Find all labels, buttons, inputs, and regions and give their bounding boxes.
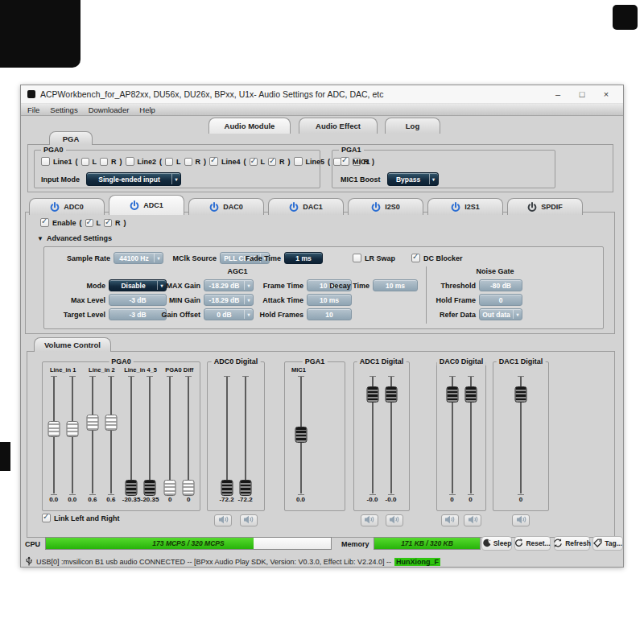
tab-audio-module[interactable]: Audio Module	[208, 118, 291, 134]
fader-track[interactable]	[295, 376, 308, 493]
close-button[interactable]: ×	[594, 86, 618, 103]
sleep-button[interactable]: Sleep	[481, 536, 512, 551]
fader-track[interactable]	[143, 376, 156, 493]
tab-pga[interactable]: PGA	[49, 131, 93, 145]
line2-left-checkbox[interactable]	[165, 158, 173, 166]
refresh-button[interactable]: Refresh	[554, 536, 590, 551]
enable-checkbox[interactable]	[40, 218, 49, 227]
fader-track[interactable]	[105, 376, 118, 493]
hold-frame-field[interactable]: 0	[479, 294, 522, 306]
decay-time-field[interactable]: 10 ms	[373, 279, 418, 291]
mic1-checkbox[interactable]	[341, 157, 349, 166]
line4-left-checkbox[interactable]	[250, 158, 258, 166]
menu-settings[interactable]: Settings	[50, 105, 77, 114]
fader-handle[interactable]	[385, 386, 397, 402]
threshold-row: Threshold -80 dB	[432, 279, 522, 291]
fader-handle[interactable]	[221, 480, 233, 496]
tab-volume-control[interactable]: Volume Control	[34, 337, 111, 352]
tag-button[interactable]: Tag...	[592, 536, 623, 551]
hold-frames-label: Hold Frames	[257, 311, 303, 319]
fader-track[interactable]	[514, 376, 527, 493]
fader-handle[interactable]	[66, 421, 78, 437]
fader-track[interactable]	[239, 376, 252, 493]
reset-button[interactable]: Reset...	[514, 536, 551, 551]
menu-downloader[interactable]: Downloader	[89, 105, 130, 114]
maximize-button[interactable]: □	[570, 86, 594, 103]
line5-checkbox[interactable]	[294, 157, 303, 166]
line4-right-checkbox[interactable]	[268, 158, 276, 166]
attack-time-field[interactable]: 10 ms	[307, 294, 352, 306]
tab-spdif[interactable]: SPDIF	[507, 198, 583, 215]
fader-handle[interactable]	[295, 427, 307, 443]
tab-dac1[interactable]: DAC1	[268, 198, 344, 215]
line1-left-checkbox[interactable]	[81, 158, 89, 166]
fader-track[interactable]	[366, 376, 379, 493]
app-icon	[27, 90, 35, 98]
mute-button[interactable]	[441, 514, 459, 526]
fader-track[interactable]	[446, 376, 459, 493]
input-mode-dropdown[interactable]: Single-ended input ▾	[86, 172, 181, 186]
line-toggle-line1: Line1(LR)	[41, 157, 122, 166]
line2-checkbox[interactable]	[126, 157, 134, 166]
mute-button[interactable]	[361, 514, 378, 526]
tab-log[interactable]: Log	[385, 118, 440, 134]
fader-track[interactable]	[182, 376, 195, 493]
gain-offset-field[interactable]: 0 dB ▾	[204, 308, 254, 320]
enable-right-label: R	[115, 219, 121, 227]
fader-track[interactable]	[47, 376, 60, 493]
line2-right-checkbox[interactable]	[184, 158, 192, 166]
tab-adc0[interactable]: ADC0	[29, 198, 105, 215]
minimize-button[interactable]: –	[546, 86, 570, 103]
enable-right-checkbox[interactable]	[104, 219, 112, 227]
fader-handle[interactable]	[144, 480, 156, 496]
tab-audio-effect[interactable]: Audio Effect	[299, 118, 378, 134]
min-gain-field[interactable]: -18.29 dB ▾	[204, 294, 254, 306]
fader-track[interactable]	[163, 376, 176, 493]
refer-data-dropdown[interactable]: Out data ▾	[479, 308, 522, 320]
fader-handle[interactable]	[239, 480, 251, 496]
fader-handle[interactable]	[515, 386, 527, 402]
line1-checkbox[interactable]	[41, 157, 50, 166]
volume-group-box: DAC1 Digital0	[493, 361, 549, 511]
link-left-right-checkbox[interactable]	[42, 514, 51, 522]
mute-button[interactable]	[386, 514, 403, 526]
tab-dac0[interactable]: DAC0	[188, 198, 264, 215]
mute-button[interactable]	[214, 514, 232, 526]
hold-frames-field[interactable]: 10	[307, 308, 352, 320]
line4-checkbox[interactable]	[209, 157, 218, 166]
fader-track[interactable]	[66, 376, 79, 493]
advanced-settings-header[interactable]: ▼ Advanced Settings	[37, 234, 112, 242]
fade-time-dropdown[interactable]: 1 ms	[284, 252, 323, 264]
mute-button[interactable]	[512, 514, 530, 526]
enable-left-checkbox[interactable]	[85, 219, 93, 227]
fader-track[interactable]	[125, 376, 138, 493]
max-gain-field[interactable]: -18.29 dB ▾	[204, 279, 254, 291]
fader-handle[interactable]	[464, 386, 477, 402]
tab-i2s1[interactable]: I2S1	[427, 198, 503, 215]
mute-button[interactable]	[240, 514, 258, 526]
fader-handle[interactable]	[47, 421, 60, 437]
fader-handle[interactable]	[183, 480, 195, 496]
menu-help[interactable]: Help	[139, 105, 155, 114]
fader-track[interactable]	[86, 376, 99, 493]
lr-swap-checkbox[interactable]	[353, 254, 361, 262]
line1-right-checkbox[interactable]	[100, 158, 108, 166]
fader-handle[interactable]	[105, 415, 117, 431]
tab-adc1[interactable]: ADC1	[109, 195, 184, 215]
fader-track[interactable]	[464, 376, 477, 493]
mic1-boost-dropdown[interactable]: Bypass ▾	[387, 172, 439, 186]
menu-file[interactable]: File	[27, 105, 39, 114]
fader-track[interactable]	[385, 376, 398, 493]
fader-handle[interactable]	[366, 386, 378, 402]
input-mode-label: Input Mode	[41, 175, 80, 184]
sample-rate-dropdown[interactable]: 44100 Hz ▾	[114, 252, 163, 264]
fader-track[interactable]	[221, 376, 233, 493]
fader-handle[interactable]	[126, 480, 138, 496]
fader-handle[interactable]	[86, 415, 98, 431]
threshold-field[interactable]: -80 dB	[479, 279, 522, 291]
fader-handle[interactable]	[164, 480, 176, 496]
mute-button[interactable]	[464, 514, 481, 526]
fader-handle[interactable]	[446, 386, 458, 402]
tab-i2s0[interactable]: I2S0	[348, 198, 423, 215]
dc-blocker-checkbox[interactable]	[411, 254, 420, 262]
